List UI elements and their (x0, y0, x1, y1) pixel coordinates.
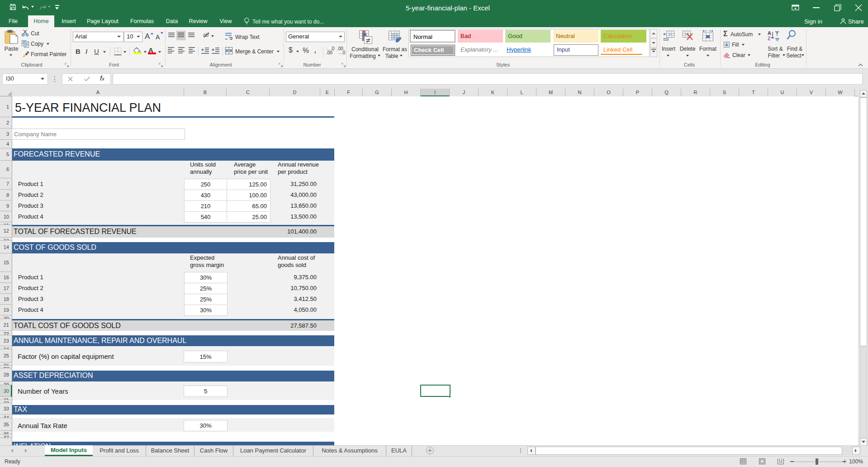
svg-text:A: A (768, 30, 771, 36)
svg-text:Z: Z (768, 36, 771, 41)
